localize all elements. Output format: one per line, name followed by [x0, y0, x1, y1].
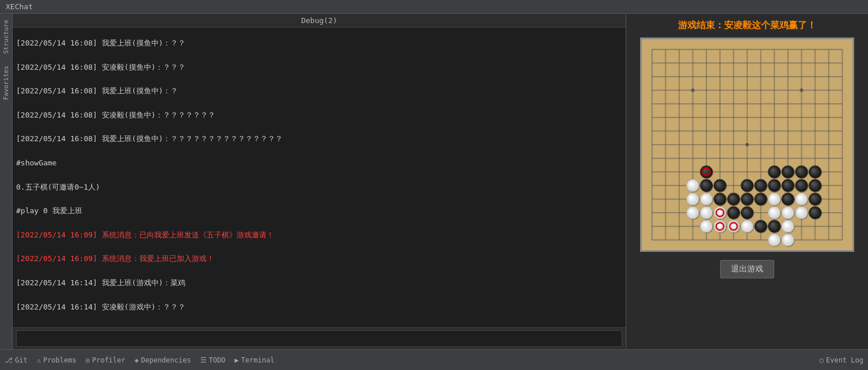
message-line: [2022/05/14 16:09] 系统消息：我爱上班已加入游戏！ [16, 253, 622, 265]
sidebar-tab-structure[interactable]: Structure [1, 14, 12, 60]
message-line: [2022/05/14 16:08] 安凌毅(摸鱼中)：？？？？？？？ [16, 110, 622, 122]
game-panel: 游戏结束：安凌毅这个菜鸡赢了！ 退出游戏 [626, 14, 868, 349]
terminal-icon [235, 356, 239, 364]
toolbar-eventlog[interactable]: Event Log [820, 356, 863, 364]
profiler-icon [86, 356, 90, 364]
chat-messages[interactable]: [2022/05/14 16:08] 系统消息：我爱上班进入了鱼塘！[2022/… [13, 28, 626, 327]
message-line: [2022/05/14 16:08] 我爱上班(摸鱼中)：？ [16, 85, 622, 97]
app-title: XEChat [6, 2, 33, 11]
debug-header: Debug(2) [13, 14, 626, 28]
toolbar-dependencies[interactable]: Dependencies [135, 356, 191, 364]
chat-input[interactable] [16, 330, 622, 347]
go-board [640, 37, 854, 252]
git-icon [5, 356, 13, 364]
toolbar-todo[interactable]: TODO [200, 356, 226, 364]
toolbar-terminal[interactable]: Terminal [235, 356, 275, 364]
left-sidebar: Structure Favorites [0, 14, 13, 349]
message-line: [2022/05/14 16:08] 安凌毅(摸鱼中)：？？？ [16, 62, 622, 74]
message-line: 0.五子棋(可邀请0~1人) [16, 182, 622, 194]
message-line: [2022/05/14 16:08] 我爱上班(摸鱼中)：？？ [16, 37, 622, 50]
sidebar-tab-favorites[interactable]: Favorites [1, 60, 12, 106]
problems-icon [37, 356, 41, 364]
message-line: #showGame [16, 157, 622, 169]
toolbar-profiler[interactable]: Profiler [86, 356, 125, 364]
exit-game-button[interactable]: 退出游戏 [720, 260, 774, 278]
title-bar: XEChat [0, 0, 868, 14]
chat-panel: Debug(2) [2022/05/14 16:08] 系统消息：我爱上班进入了… [13, 14, 626, 349]
message-line: [2022/05/14 16:14] 我爱上班(游戏中)：菜鸡 [16, 277, 622, 289]
game-result-text: 游戏结束：安凌毅这个菜鸡赢了！ [678, 20, 816, 32]
toolbar-git[interactable]: Git [5, 356, 28, 364]
eventlog-icon [820, 356, 824, 364]
message-line: [2022/05/14 16:09] 系统消息：已向我爱上班发送《五子棋》游戏邀… [16, 229, 622, 241]
message-line: #play 0 我爱上班 [16, 205, 622, 217]
dependencies-icon [135, 356, 139, 364]
main-content: Structure Favorites Debug(2) [2022/05/14… [0, 14, 868, 349]
todo-icon [200, 356, 207, 364]
chat-input-area [13, 327, 626, 349]
message-line: [2022/05/14 16:08] 我爱上班(摸鱼中)：？？？？？？？？？？？… [16, 133, 622, 145]
toolbar-problems[interactable]: Problems [37, 356, 77, 364]
message-line: [2022/05/14 16:14] 安凌毅(游戏中)：？？？ [16, 301, 622, 314]
bottom-toolbar: Git Problems Profiler Dependencies TODO … [0, 349, 868, 370]
